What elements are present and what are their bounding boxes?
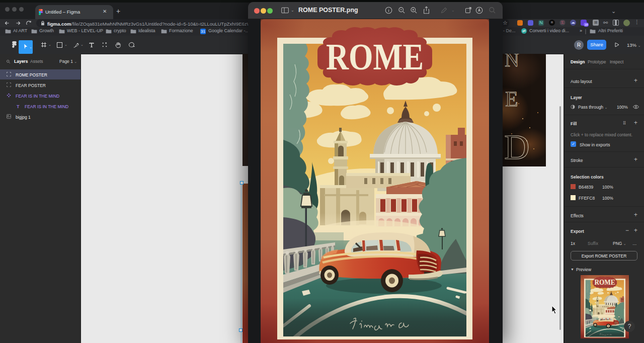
svg-text:ROME: ROME: [326, 36, 424, 77]
